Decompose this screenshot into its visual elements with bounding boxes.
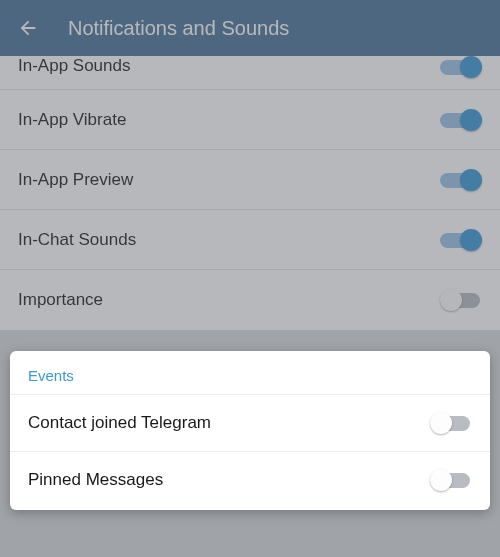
setting-label: Contact joined Telegram — [28, 413, 211, 433]
setting-label: Pinned Messages — [28, 470, 163, 490]
toggle-in-app-sounds[interactable] — [440, 56, 482, 78]
setting-row-in-app-vibrate[interactable]: In-App Vibrate — [0, 90, 500, 150]
setting-label: Importance — [18, 290, 103, 310]
background-settings-panel: In-App Sounds In-App Vibrate In-App Prev… — [0, 56, 500, 330]
setting-label: In-Chat Sounds — [18, 230, 136, 250]
toggle-thumb — [460, 109, 482, 131]
setting-row-in-app-sounds[interactable]: In-App Sounds — [0, 56, 500, 90]
setting-row-importance[interactable]: Importance — [0, 270, 500, 330]
toggle-thumb — [430, 469, 452, 491]
toggle-in-app-vibrate[interactable] — [440, 109, 482, 131]
toggle-pinned-messages[interactable] — [430, 469, 472, 491]
back-button[interactable] — [14, 14, 42, 42]
setting-row-pinned-messages[interactable]: Pinned Messages — [10, 451, 490, 508]
events-section-header: Events — [10, 351, 490, 394]
toggle-contact-joined[interactable] — [430, 412, 472, 434]
toggle-thumb — [460, 169, 482, 191]
toggle-thumb — [460, 229, 482, 251]
toggle-in-app-preview[interactable] — [440, 169, 482, 191]
app-header: Notifications and Sounds — [0, 0, 500, 56]
setting-row-in-chat-sounds[interactable]: In-Chat Sounds — [0, 210, 500, 270]
back-arrow-icon — [17, 17, 39, 39]
toggle-thumb — [430, 412, 452, 434]
setting-label: In-App Vibrate — [18, 110, 126, 130]
page-title: Notifications and Sounds — [68, 17, 289, 40]
toggle-thumb — [440, 289, 462, 311]
setting-row-contact-joined[interactable]: Contact joined Telegram — [10, 394, 490, 451]
events-card: Events Contact joined Telegram Pinned Me… — [10, 351, 490, 510]
toggle-in-chat-sounds[interactable] — [440, 229, 482, 251]
toggle-thumb — [460, 56, 482, 78]
toggle-importance[interactable] — [440, 289, 482, 311]
setting-row-in-app-preview[interactable]: In-App Preview — [0, 150, 500, 210]
setting-label: In-App Preview — [18, 170, 133, 190]
setting-label: In-App Sounds — [18, 56, 130, 76]
